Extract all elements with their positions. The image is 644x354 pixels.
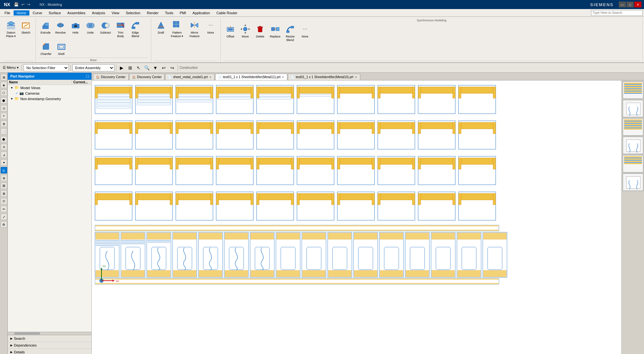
tab-discovery2[interactable]: 🏠 Discovery Center (129, 74, 165, 80)
tab-test01-10[interactable]: 📄 test01_1 x 1 SheetIdentifier(Metal10).… (288, 74, 360, 80)
more2-button[interactable]: ⋯ More (298, 23, 312, 40)
left-icon-15[interactable]: ⌘ (1, 182, 7, 189)
delete-button[interactable]: Delete (253, 23, 267, 40)
left-icon-3[interactable]: ⬡ (1, 89, 7, 96)
tab-sheet-metal-close[interactable]: ✕ (209, 76, 212, 79)
nav-collapse-icon[interactable]: □ (86, 74, 89, 79)
shell-button[interactable]: Shell (54, 40, 69, 57)
left-icon-11[interactable]: ⊿ (1, 151, 7, 158)
svg-rect-149 (453, 122, 455, 134)
left-icon-17[interactable]: ⏱ (1, 198, 7, 204)
tab-test01-11[interactable]: 📄 test01_1 x 1 SheetIdentifier(Metal11).… (215, 74, 287, 80)
menu-cable-router[interactable]: Cable Router (213, 10, 241, 16)
left-icon-10[interactable]: ⧈ (1, 144, 7, 150)
dependencies-section-header[interactable]: ▶ Dependencies (8, 342, 91, 349)
tab-discovery1[interactable]: 🏠 Discovery Center (93, 74, 129, 80)
select-button[interactable]: ↖ (135, 64, 143, 71)
assembly-select[interactable]: Entire Assembly (72, 64, 114, 71)
snap-button[interactable]: ⊞ (126, 64, 134, 71)
menu-render[interactable]: Render (143, 10, 162, 16)
tab-test01-10-label: test01_1 x 1 SheetIdentifier(Metal10).pr… (296, 75, 353, 79)
selection-filter-select[interactable]: No Selection Filter (24, 64, 69, 71)
left-icon-12[interactable]: ✦ (1, 159, 7, 166)
unite-button[interactable]: Unite (83, 19, 98, 36)
tree-item-model-views[interactable]: ▼ 📁 Model Views (8, 85, 91, 90)
offset-button[interactable]: Offset (223, 23, 238, 40)
mirror-feature-label: MirrorFeature (189, 31, 199, 38)
left-icon-16[interactable]: ⊞ (1, 190, 7, 197)
draft-button[interactable]: Draft (154, 19, 168, 36)
trim-body-button[interactable]: TrimBody (113, 19, 128, 39)
left-icon-4[interactable]: ⬢ (1, 97, 7, 104)
left-icon-13[interactable]: ◎ (1, 167, 7, 173)
window-controls[interactable]: — □ ✕ (619, 2, 641, 7)
move-button[interactable]: Move (238, 23, 252, 40)
left-icon-20[interactable]: ⚙ (1, 221, 7, 228)
left-icon-19[interactable]: ⤢ (1, 213, 7, 220)
zoom-button[interactable]: 🔍 (143, 64, 151, 71)
search-section-header[interactable]: ▶ Search (8, 335, 91, 342)
left-icon-6[interactable]: ⌖ (1, 113, 7, 119)
redo-button[interactable]: ↪ (168, 64, 176, 71)
replace-button[interactable]: Replace (268, 23, 282, 40)
menu-view[interactable]: View (109, 10, 123, 16)
filter-button[interactable]: ▼ (152, 64, 159, 71)
tree-item-non-timestamp[interactable]: ▼ 📁 Non-timestamp Geometry (8, 96, 91, 101)
tab-test01-11-close[interactable]: ✕ (282, 76, 284, 79)
nav-hscroll[interactable] (8, 332, 91, 335)
menu-assemblies[interactable]: Assemblies (64, 10, 89, 16)
menu-pmi[interactable]: PMI (176, 10, 189, 16)
menu-curve[interactable]: Curve (29, 10, 45, 16)
restore-button[interactable]: □ (627, 2, 634, 7)
menu-home[interactable]: Home (14, 10, 29, 16)
menu-selection[interactable]: Selection (122, 10, 143, 16)
menu-file[interactable]: File (1, 10, 14, 16)
main-canvas[interactable]: XC YC (92, 80, 621, 354)
quick-access-save[interactable]: 💾 (14, 2, 19, 7)
thumb6[interactable] (623, 173, 643, 191)
left-icon-18[interactable]: ✏ (1, 206, 7, 212)
menu-application[interactable]: Application (189, 10, 213, 16)
nav-hscroll-thumb[interactable] (14, 332, 40, 335)
left-icon-8[interactable]: ⬜ (1, 128, 7, 135)
left-icon-1[interactable]: ⊞ (1, 74, 7, 80)
menu-toggle[interactable]: ☰ Menu ▾ (1, 66, 20, 70)
global-search-input[interactable] (591, 10, 643, 16)
thumb4[interactable] (623, 137, 643, 154)
left-icon-2[interactable]: ◈ (1, 82, 7, 88)
thumb2[interactable] (623, 100, 643, 117)
quick-access-undo[interactable]: ↩ (21, 2, 25, 7)
tab-sheet-metal[interactable]: 📄 sheet_metal_model1.prt ✕ (165, 74, 214, 80)
left-icon-7[interactable]: ⊕ (1, 120, 7, 127)
menu-tools[interactable]: Tools (162, 10, 177, 16)
datum-plane-button[interactable]: DatumPlane ▾ (4, 19, 18, 39)
menu-analysis[interactable]: Analysis (89, 10, 109, 16)
thumb1[interactable] (623, 81, 643, 99)
sketch-button[interactable]: Sketch (19, 19, 33, 36)
quick-access-redo[interactable]: ↪ (27, 2, 30, 7)
edge-blend-button[interactable]: EdgeBlend (128, 19, 143, 39)
pattern-feature-button[interactable]: PatternFeature ▾ (169, 19, 185, 39)
revolve-button[interactable]: Revolve (53, 19, 68, 36)
resize-blend-button[interactable]: ResizeBlend (283, 23, 297, 43)
extrude-button[interactable]: Extrude (38, 19, 53, 36)
tree-item-cameras[interactable]: ✓ 📷 Cameras (8, 90, 91, 96)
start-button[interactable]: ▶ (118, 64, 126, 71)
details-section-header[interactable]: ▶ Details (8, 349, 91, 354)
left-icon-9[interactable]: ⬟ (1, 136, 7, 142)
thumb3[interactable] (623, 118, 643, 136)
subtract-button[interactable]: Subtract (98, 19, 113, 36)
left-icon-14[interactable]: ⊛ (1, 175, 7, 181)
undo-button[interactable]: ↩ (160, 64, 168, 71)
chamfer-button[interactable]: Chamfer (38, 40, 54, 57)
more1-button[interactable]: ⋯ More (204, 19, 218, 36)
menu-surface[interactable]: Surface (45, 10, 64, 16)
hole-button[interactable]: Hole (69, 19, 83, 36)
thumb5[interactable] (623, 155, 643, 172)
close-button[interactable]: ✕ (634, 2, 641, 7)
tab-test01-10-close[interactable]: ✕ (355, 76, 357, 79)
left-icon-5[interactable]: ⊙ (1, 105, 7, 111)
svg-point-18 (105, 23, 109, 28)
minimize-button[interactable]: — (619, 2, 626, 7)
mirror-feature-button[interactable]: MirrorFeature (186, 19, 203, 39)
